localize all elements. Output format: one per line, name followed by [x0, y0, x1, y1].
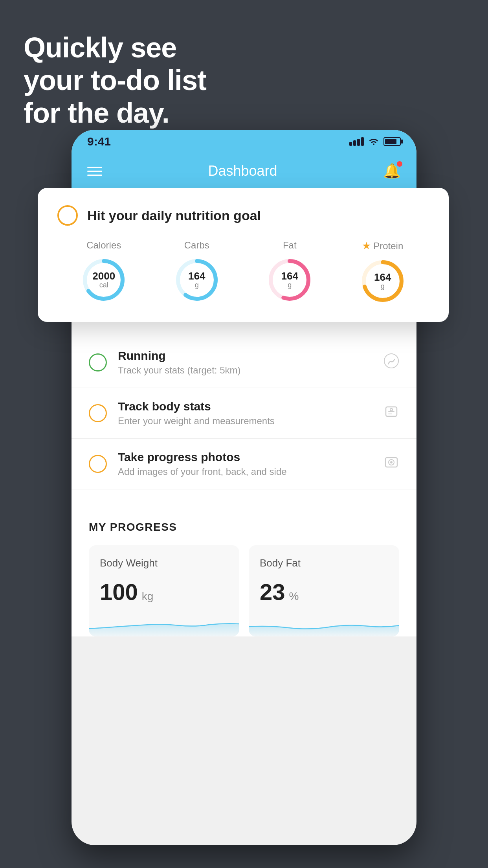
todo-item-photos[interactable]: Take progress photos Add images of your … [72, 439, 416, 489]
body-weight-value-row: 100 kg [100, 579, 228, 605]
star-icon: ★ [362, 240, 371, 252]
protein-item: ★ Protein 164 g [359, 240, 406, 305]
app-headline: Quickly see your to-do list for the day. [24, 31, 206, 129]
body-fat-value-row: 23 % [260, 579, 388, 605]
wifi-icon [368, 136, 380, 148]
svg-point-2 [390, 408, 393, 411]
todo-list: Running Track your stats (target: 5km) T… [72, 337, 416, 489]
progress-title: MY PROGRESS [89, 521, 399, 533]
nutrition-check-circle [57, 205, 78, 226]
status-time: 9:41 [87, 135, 111, 148]
headline-line1: Quickly see [24, 32, 176, 63]
protein-donut: 164 g [359, 257, 406, 305]
todo-text-body-stats: Track body stats Enter your weight and m… [118, 400, 383, 427]
todo-title-body-stats: Track body stats [118, 400, 383, 413]
todo-check-running [89, 353, 107, 371]
todo-subtitle-body-stats: Enter your weight and measurements [118, 416, 383, 427]
todo-item-running[interactable]: Running Track your stats (target: 5km) [72, 337, 416, 388]
fat-value-center: 164 g [281, 271, 298, 289]
nutrition-card-title: Hit your daily nutrition goal [87, 208, 261, 223]
carbs-donut: 164 g [173, 256, 220, 303]
body-weight-label: Body Weight [100, 557, 228, 569]
protein-label: Protein [373, 241, 403, 252]
protein-value-center: 164 g [374, 272, 391, 291]
my-progress-section: MY PROGRESS Body Weight 100 kg [72, 505, 416, 636]
body-fat-sparkline [249, 613, 399, 636]
calories-value-center: 2000 cal [92, 271, 115, 289]
body-weight-sparkline [89, 613, 239, 636]
calories-donut: 2000 cal [80, 256, 127, 303]
todo-title-photos: Take progress photos [118, 451, 383, 464]
headline-line3: for the day. [24, 97, 169, 129]
photo-icon [383, 454, 399, 474]
fat-item: Fat 164 g [266, 240, 313, 303]
signal-icon [349, 137, 364, 146]
todo-check-photos [89, 455, 107, 473]
nutrition-row: Calories 2000 cal Carbs [57, 240, 429, 305]
svg-point-0 [384, 354, 398, 368]
todo-check-body-stats [89, 404, 107, 422]
notification-bell[interactable]: 🔔 [383, 163, 401, 179]
todo-title-running: Running [118, 349, 383, 362]
protein-label-row: ★ Protein [362, 240, 403, 252]
body-fat-unit: % [289, 590, 299, 603]
carbs-value-center: 164 g [188, 271, 205, 289]
carbs-label: Carbs [184, 240, 209, 251]
notification-dot [397, 161, 402, 167]
todo-text-running: Running Track your stats (target: 5km) [118, 349, 383, 376]
todo-subtitle-photos: Add images of your front, back, and side [118, 466, 383, 477]
headline-line2: your to-do list [24, 64, 206, 96]
body-fat-card[interactable]: Body Fat 23 % [249, 545, 399, 636]
todo-subtitle-running: Track your stats (target: 5km) [118, 365, 383, 376]
nav-title: Dashboard [208, 163, 277, 179]
todo-item-body-stats[interactable]: Track body stats Enter your weight and m… [72, 388, 416, 439]
nutrition-card-header: Hit your daily nutrition goal [57, 205, 429, 226]
carbs-item: Carbs 164 g [173, 240, 220, 303]
svg-point-5 [390, 461, 393, 463]
fat-label: Fat [283, 240, 297, 251]
scale-icon [383, 404, 399, 423]
status-bar: 9:41 [72, 130, 416, 153]
calories-label: Calories [86, 240, 121, 251]
body-weight-card[interactable]: Body Weight 100 kg [89, 545, 239, 636]
body-weight-number: 100 [100, 579, 138, 605]
body-fat-number: 23 [260, 579, 285, 605]
status-icons [349, 136, 401, 148]
body-weight-unit: kg [142, 590, 154, 603]
nav-bar: Dashboard 🔔 [72, 153, 416, 189]
body-fat-label: Body Fat [260, 557, 388, 569]
progress-cards: Body Weight 100 kg [89, 545, 399, 636]
calories-item: Calories 2000 cal [80, 240, 127, 303]
nutrition-card: Hit your daily nutrition goal Calories 2… [38, 188, 449, 322]
running-icon [383, 353, 399, 372]
battery-icon [383, 137, 401, 146]
fat-donut: 164 g [266, 256, 313, 303]
hamburger-menu[interactable] [87, 167, 102, 176]
todo-text-photos: Take progress photos Add images of your … [118, 451, 383, 477]
